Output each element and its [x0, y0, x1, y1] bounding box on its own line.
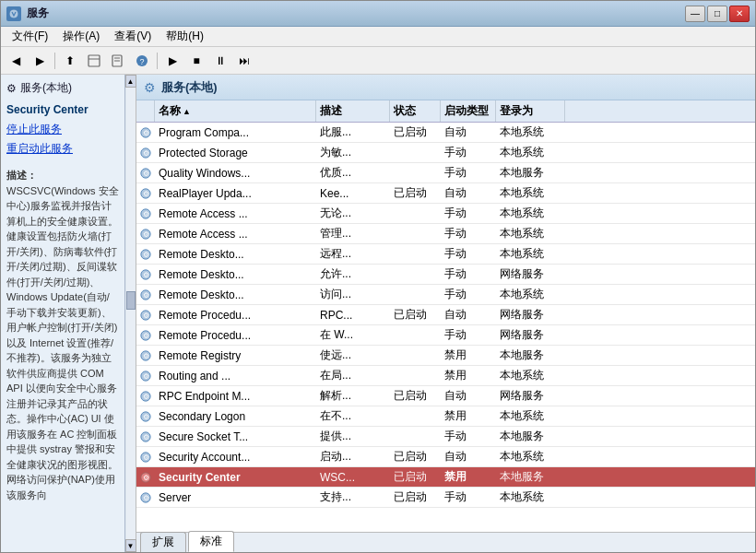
table-row[interactable]: ⚙Secure Socket T...提供...手动本地服务	[136, 427, 755, 447]
row-name: Remote Registry	[155, 346, 316, 365]
col-header-startup[interactable]: 启动类型	[441, 100, 496, 122]
svg-rect-1	[89, 55, 100, 66]
stop-button[interactable]: ■	[185, 51, 207, 71]
row-name: Remote Procedu...	[155, 305, 316, 324]
menu-item-操作(A)[interactable]: 操作(A)	[55, 27, 107, 46]
table-row[interactable]: ⚙Protected Storage为敏...手动本地系统	[136, 143, 755, 163]
play-button[interactable]: ▶	[161, 51, 183, 71]
row-name: Security Center	[155, 467, 316, 487]
table-row[interactable]: ⚙Routing and ...在局...禁用本地系统	[136, 366, 755, 386]
stop-service-link[interactable]: 停止此服务	[6, 122, 119, 137]
row-logon: 本地服务	[496, 346, 565, 365]
row-desc: 优质...	[316, 163, 390, 182]
restart-button[interactable]: ⏭	[233, 51, 255, 71]
row-status	[390, 427, 441, 446]
col-header-name[interactable]: 名称 ▲	[155, 100, 316, 122]
row-status	[390, 285, 441, 304]
forward-button[interactable]: ▶	[29, 51, 51, 71]
table-row[interactable]: ⚙Remote Procedu...RPC...已启动自动网络服务	[136, 305, 755, 325]
row-name: Remote Access ...	[155, 224, 316, 243]
row-name: Secondary Logon	[155, 406, 316, 426]
row-startup: 手动	[441, 244, 496, 264]
close-button[interactable]: ✕	[729, 6, 750, 22]
col-header-logon[interactable]: 登录为	[496, 100, 565, 122]
panel-header-icon: ⚙	[144, 80, 156, 95]
scroll-down-arrow[interactable]: ▼	[125, 539, 136, 552]
services-table[interactable]: 名称 ▲ 描述 状态 启动类型 登录为 ⚙Program Compa...此服.…	[136, 100, 755, 532]
left-panel-title: ⚙ 服务(本地)	[6, 80, 119, 96]
table-row[interactable]: ⚙RealPlayer Upda...Kee...已启动自动本地系统	[136, 183, 755, 204]
table-row[interactable]: ⚙Security Account...启动...已启动自动本地系统	[136, 447, 755, 467]
table-row[interactable]: ⚙Quality Windows...优质...手动本地服务	[136, 163, 755, 183]
row-status	[390, 143, 441, 162]
table-row[interactable]: ⚙RPC Endpoint M...解析...已启动自动网络服务	[136, 386, 755, 406]
row-desc: 此服...	[316, 123, 390, 142]
table-row[interactable]: ⚙Security CenterWSC...已启动禁用本地服务	[136, 467, 755, 488]
row-name: RealPlayer Upda...	[155, 183, 316, 203]
row-logon: 本地系统	[496, 285, 565, 304]
scroll-up-arrow[interactable]: ▲	[125, 75, 136, 88]
col-header-desc[interactable]: 描述	[316, 100, 390, 122]
col-header-icon	[136, 100, 155, 122]
table-row[interactable]: ⚙Remote Deskto...远程...手动本地系统	[136, 244, 755, 265]
table-row[interactable]: ⚙Remote Deskto...访问...手动本地系统	[136, 285, 755, 305]
row-desc: 在局...	[316, 366, 390, 385]
col-header-status[interactable]: 状态	[390, 100, 441, 122]
svg-text:⚙: ⚙	[143, 312, 149, 320]
scroll-thumb[interactable]	[126, 291, 136, 310]
row-startup: 禁用	[441, 366, 496, 385]
table-row[interactable]: ⚙Secondary Logon在不...禁用本地系统	[136, 406, 755, 427]
row-name: Secure Socket T...	[155, 427, 316, 446]
window-icon	[6, 6, 21, 21]
svg-text:⚙: ⚙	[143, 372, 149, 381]
table-row[interactable]: ⚙Program Compa...此服...已启动自动本地系统	[136, 123, 755, 143]
show-hide-button[interactable]	[83, 51, 105, 71]
row-icon-cell: ⚙	[136, 204, 155, 223]
table-row[interactable]: ⚙Remote Access ...无论...手动本地系统	[136, 204, 755, 224]
row-status: 已启动	[390, 305, 441, 324]
panel-header: ⚙ 服务(本地)	[136, 75, 755, 100]
table-row[interactable]: ⚙Remote Deskto...允许...手动网络服务	[136, 265, 755, 285]
row-startup: 自动	[441, 123, 496, 142]
menu-item-文件(F)[interactable]: 文件(F)	[5, 27, 55, 46]
toolbar-separator-2	[157, 53, 158, 69]
tab-standard[interactable]: 标准	[188, 531, 234, 552]
window-title: 服务	[27, 6, 685, 21]
up-button[interactable]: ⬆	[59, 51, 81, 71]
svg-text:⚙: ⚙	[143, 453, 149, 462]
row-icon-cell: ⚙	[136, 366, 155, 385]
maximize-button[interactable]: □	[707, 6, 727, 22]
row-icon-cell: ⚙	[136, 244, 155, 264]
table-row[interactable]: ⚙Server支持...已启动手动本地系统	[136, 488, 755, 508]
row-startup: 手动	[441, 427, 496, 446]
right-panel: ⚙ 服务(本地) 名称 ▲ 描述 状态 启动类型 登录为	[136, 75, 755, 552]
help-button[interactable]: ?	[131, 51, 153, 71]
row-status	[390, 244, 441, 264]
left-scrollbar[interactable]: ▲ ▼	[125, 75, 136, 552]
menu-item-帮助(H)[interactable]: 帮助(H)	[159, 27, 211, 46]
svg-text:⚙: ⚙	[143, 210, 149, 218]
row-name: Routing and ...	[155, 366, 316, 385]
svg-text:⚙: ⚙	[143, 190, 149, 198]
export-button[interactable]	[107, 51, 129, 71]
table-row[interactable]: ⚙Remote Procedu...在 W...手动网络服务	[136, 325, 755, 346]
restart-service-link[interactable]: 重启动此服务	[6, 141, 119, 157]
row-desc: 使远...	[316, 346, 390, 365]
row-status: 已启动	[390, 183, 441, 203]
table-row[interactable]: ⚙Remote Access ...管理...手动本地系统	[136, 224, 755, 244]
row-startup: 自动	[441, 183, 496, 203]
svg-text:⚙: ⚙	[143, 494, 149, 502]
svg-text:⚙: ⚙	[143, 129, 149, 137]
row-icon-cell: ⚙	[136, 163, 155, 182]
row-name: Remote Deskto...	[155, 265, 316, 284]
row-startup: 手动	[441, 224, 496, 243]
table-row[interactable]: ⚙Remote Registry使远...禁用本地服务	[136, 346, 755, 366]
tab-extended[interactable]: 扩展	[140, 532, 186, 552]
svg-text:⚙: ⚙	[143, 251, 149, 259]
row-icon-cell: ⚙	[136, 183, 155, 203]
pause-button[interactable]: ⏸	[209, 51, 231, 71]
minimize-button[interactable]: —	[685, 6, 705, 22]
back-button[interactable]: ◀	[5, 51, 27, 71]
row-status	[390, 224, 441, 243]
menu-item-查看(V)[interactable]: 查看(V)	[107, 27, 159, 46]
